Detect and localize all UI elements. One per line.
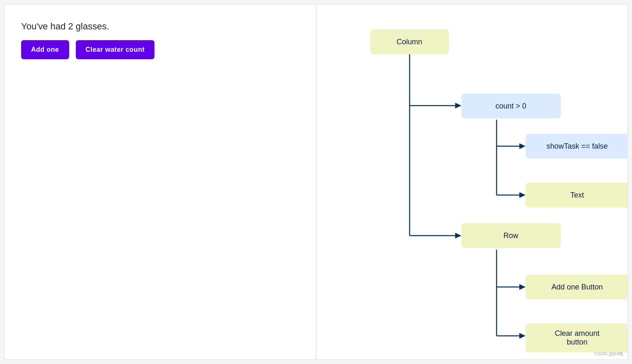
button-row: Add one Clear water count: [21, 40, 299, 59]
node-clear-amount-button: Clear amount button: [526, 323, 628, 352]
watermark: CSDN @jlnl晚: [594, 351, 623, 357]
left-panel: You've had 2 glasses. Add one Clear wate…: [5, 5, 316, 359]
main-container: You've had 2 glasses. Add one Clear wate…: [4, 4, 628, 360]
svg-marker-17: [519, 333, 526, 339]
node-show-task: showTask == false: [526, 134, 628, 159]
node-add-one-button: Add one Button: [526, 275, 628, 299]
right-panel: Column count > 0 showTask == false Text …: [316, 5, 628, 359]
svg-marker-2: [455, 103, 461, 108]
node-count-gt-0: count > 0: [461, 94, 561, 118]
clear-water-count-button[interactable]: Clear water count: [76, 40, 155, 59]
svg-marker-8: [519, 143, 526, 149]
node-row: Row: [461, 223, 561, 248]
add-one-button[interactable]: Add one: [21, 40, 69, 59]
node-column: Column: [370, 29, 449, 54]
svg-marker-5: [455, 233, 461, 239]
glass-count-text: You've had 2 glasses.: [21, 21, 299, 32]
svg-marker-14: [519, 284, 526, 290]
node-text: Text: [526, 183, 628, 207]
svg-marker-11: [519, 192, 526, 198]
diagram: Column count > 0 showTask == false Text …: [333, 17, 611, 347]
